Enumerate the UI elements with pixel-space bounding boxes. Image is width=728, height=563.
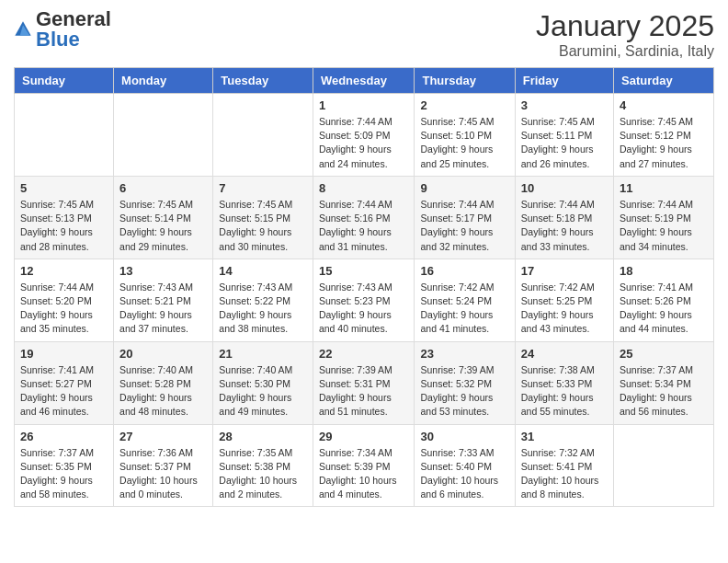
day-number: 1 bbox=[319, 98, 409, 112]
day-number: 26 bbox=[20, 430, 108, 443]
day-info: Sunrise: 7:42 AM Sunset: 5:24 PM Dayligh… bbox=[420, 281, 508, 337]
day-info: Sunrise: 7:45 AM Sunset: 5:11 PM Dayligh… bbox=[521, 115, 608, 171]
day-cell bbox=[614, 424, 714, 507]
logo-icon bbox=[14, 20, 32, 39]
day-cell: 21Sunrise: 7:40 AM Sunset: 5:30 PM Dayli… bbox=[213, 341, 313, 424]
day-number: 13 bbox=[119, 264, 207, 278]
day-number: 21 bbox=[219, 347, 307, 361]
day-number: 27 bbox=[119, 430, 207, 443]
day-info: Sunrise: 7:45 AM Sunset: 5:12 PM Dayligh… bbox=[620, 115, 708, 171]
day-cell: 28Sunrise: 7:35 AM Sunset: 5:38 PM Dayli… bbox=[213, 424, 313, 507]
day-info: Sunrise: 7:44 AM Sunset: 5:09 PM Dayligh… bbox=[319, 115, 409, 171]
day-cell: 15Sunrise: 7:43 AM Sunset: 5:23 PM Dayli… bbox=[313, 259, 415, 341]
weekday-header-tuesday: Tuesday bbox=[213, 68, 313, 94]
weekday-header-wednesday: Wednesday bbox=[313, 68, 415, 94]
day-cell: 31Sunrise: 7:32 AM Sunset: 5:41 PM Dayli… bbox=[515, 424, 613, 507]
day-info: Sunrise: 7:40 AM Sunset: 5:28 PM Dayligh… bbox=[119, 363, 207, 419]
day-number: 8 bbox=[319, 181, 409, 195]
day-info: Sunrise: 7:45 AM Sunset: 5:14 PM Dayligh… bbox=[119, 198, 207, 254]
day-info: Sunrise: 7:41 AM Sunset: 5:26 PM Dayligh… bbox=[620, 281, 708, 337]
day-info: Sunrise: 7:43 AM Sunset: 5:22 PM Dayligh… bbox=[219, 281, 307, 337]
day-number: 30 bbox=[420, 430, 508, 443]
day-number: 17 bbox=[521, 264, 608, 278]
day-number: 10 bbox=[521, 181, 608, 195]
day-number: 20 bbox=[119, 347, 207, 361]
day-info: Sunrise: 7:37 AM Sunset: 5:35 PM Dayligh… bbox=[20, 446, 108, 502]
day-cell: 10Sunrise: 7:44 AM Sunset: 5:18 PM Dayli… bbox=[515, 176, 613, 259]
day-info: Sunrise: 7:32 AM Sunset: 5:41 PM Dayligh… bbox=[521, 446, 608, 502]
day-cell: 13Sunrise: 7:43 AM Sunset: 5:21 PM Dayli… bbox=[114, 259, 213, 341]
day-cell: 7Sunrise: 7:45 AM Sunset: 5:15 PM Daylig… bbox=[213, 176, 313, 259]
day-cell: 29Sunrise: 7:34 AM Sunset: 5:39 PM Dayli… bbox=[313, 424, 415, 507]
day-cell: 9Sunrise: 7:44 AM Sunset: 5:17 PM Daylig… bbox=[415, 176, 515, 259]
day-cell: 26Sunrise: 7:37 AM Sunset: 5:35 PM Dayli… bbox=[15, 424, 114, 507]
day-cell bbox=[15, 94, 114, 177]
day-cell: 2Sunrise: 7:45 AM Sunset: 5:10 PM Daylig… bbox=[415, 94, 515, 177]
day-number: 6 bbox=[119, 181, 207, 195]
day-info: Sunrise: 7:45 AM Sunset: 5:13 PM Dayligh… bbox=[20, 198, 108, 254]
day-cell: 4Sunrise: 7:45 AM Sunset: 5:12 PM Daylig… bbox=[614, 94, 714, 177]
day-number: 3 bbox=[521, 98, 608, 112]
day-info: Sunrise: 7:35 AM Sunset: 5:38 PM Dayligh… bbox=[219, 446, 307, 502]
weekday-header-row: SundayMondayTuesdayWednesdayThursdayFrid… bbox=[15, 68, 714, 94]
logo: General Blue bbox=[14, 9, 111, 50]
week-row-2: 5Sunrise: 7:45 AM Sunset: 5:13 PM Daylig… bbox=[15, 176, 714, 259]
day-number: 15 bbox=[319, 264, 409, 278]
day-number: 5 bbox=[20, 181, 108, 195]
day-number: 23 bbox=[420, 347, 508, 361]
day-info: Sunrise: 7:44 AM Sunset: 5:18 PM Dayligh… bbox=[521, 198, 608, 254]
location: Barumini, Sardinia, Italy bbox=[536, 43, 714, 60]
day-info: Sunrise: 7:34 AM Sunset: 5:39 PM Dayligh… bbox=[319, 446, 409, 502]
day-cell: 27Sunrise: 7:36 AM Sunset: 5:37 PM Dayli… bbox=[114, 424, 213, 507]
day-number: 18 bbox=[620, 264, 708, 278]
day-number: 22 bbox=[319, 347, 409, 361]
week-row-4: 19Sunrise: 7:41 AM Sunset: 5:27 PM Dayli… bbox=[15, 341, 714, 424]
day-number: 12 bbox=[20, 264, 108, 278]
day-info: Sunrise: 7:44 AM Sunset: 5:19 PM Dayligh… bbox=[620, 198, 708, 254]
day-cell: 14Sunrise: 7:43 AM Sunset: 5:22 PM Dayli… bbox=[213, 259, 313, 341]
day-info: Sunrise: 7:45 AM Sunset: 5:10 PM Dayligh… bbox=[420, 115, 508, 171]
day-number: 4 bbox=[620, 98, 708, 112]
day-number: 14 bbox=[219, 264, 307, 278]
day-info: Sunrise: 7:33 AM Sunset: 5:40 PM Dayligh… bbox=[420, 446, 508, 502]
day-info: Sunrise: 7:45 AM Sunset: 5:15 PM Dayligh… bbox=[219, 198, 307, 254]
day-cell: 8Sunrise: 7:44 AM Sunset: 5:16 PM Daylig… bbox=[313, 176, 415, 259]
day-info: Sunrise: 7:40 AM Sunset: 5:30 PM Dayligh… bbox=[219, 363, 307, 419]
day-number: 24 bbox=[521, 347, 608, 361]
day-info: Sunrise: 7:44 AM Sunset: 5:17 PM Dayligh… bbox=[420, 198, 508, 254]
day-cell: 20Sunrise: 7:40 AM Sunset: 5:28 PM Dayli… bbox=[114, 341, 213, 424]
day-number: 11 bbox=[620, 181, 708, 195]
weekday-header-thursday: Thursday bbox=[415, 68, 515, 94]
day-cell: 1Sunrise: 7:44 AM Sunset: 5:09 PM Daylig… bbox=[313, 94, 415, 177]
day-number: 31 bbox=[521, 430, 608, 443]
day-info: Sunrise: 7:43 AM Sunset: 5:23 PM Dayligh… bbox=[319, 281, 409, 337]
day-info: Sunrise: 7:39 AM Sunset: 5:32 PM Dayligh… bbox=[420, 363, 508, 419]
weekday-header-sunday: Sunday bbox=[15, 68, 114, 94]
day-cell: 5Sunrise: 7:45 AM Sunset: 5:13 PM Daylig… bbox=[15, 176, 114, 259]
day-info: Sunrise: 7:42 AM Sunset: 5:25 PM Dayligh… bbox=[521, 281, 608, 337]
logo-blue: Blue bbox=[36, 28, 80, 51]
day-cell: 6Sunrise: 7:45 AM Sunset: 5:14 PM Daylig… bbox=[114, 176, 213, 259]
day-cell: 23Sunrise: 7:39 AM Sunset: 5:32 PM Dayli… bbox=[415, 341, 515, 424]
week-row-1: 1Sunrise: 7:44 AM Sunset: 5:09 PM Daylig… bbox=[15, 94, 714, 177]
day-number: 7 bbox=[219, 181, 307, 195]
day-info: Sunrise: 7:43 AM Sunset: 5:21 PM Dayligh… bbox=[119, 281, 207, 337]
day-number: 9 bbox=[420, 181, 508, 195]
week-row-3: 12Sunrise: 7:44 AM Sunset: 5:20 PM Dayli… bbox=[15, 259, 714, 341]
day-number: 19 bbox=[20, 347, 108, 361]
day-cell: 19Sunrise: 7:41 AM Sunset: 5:27 PM Dayli… bbox=[15, 341, 114, 424]
day-cell: 11Sunrise: 7:44 AM Sunset: 5:19 PM Dayli… bbox=[614, 176, 714, 259]
day-cell bbox=[213, 94, 313, 177]
day-cell: 30Sunrise: 7:33 AM Sunset: 5:40 PM Dayli… bbox=[415, 424, 515, 507]
day-info: Sunrise: 7:37 AM Sunset: 5:34 PM Dayligh… bbox=[620, 363, 708, 419]
day-info: Sunrise: 7:39 AM Sunset: 5:31 PM Dayligh… bbox=[319, 363, 409, 419]
day-cell bbox=[114, 94, 213, 177]
day-cell: 22Sunrise: 7:39 AM Sunset: 5:31 PM Dayli… bbox=[313, 341, 415, 424]
day-cell: 12Sunrise: 7:44 AM Sunset: 5:20 PM Dayli… bbox=[15, 259, 114, 341]
day-info: Sunrise: 7:36 AM Sunset: 5:37 PM Dayligh… bbox=[119, 446, 207, 502]
day-number: 16 bbox=[420, 264, 508, 278]
header: General Blue January 2025 Barumini, Sard… bbox=[14, 9, 714, 60]
day-cell: 16Sunrise: 7:42 AM Sunset: 5:24 PM Dayli… bbox=[415, 259, 515, 341]
month-year: January 2025 bbox=[536, 9, 714, 43]
day-info: Sunrise: 7:44 AM Sunset: 5:16 PM Dayligh… bbox=[319, 198, 409, 254]
